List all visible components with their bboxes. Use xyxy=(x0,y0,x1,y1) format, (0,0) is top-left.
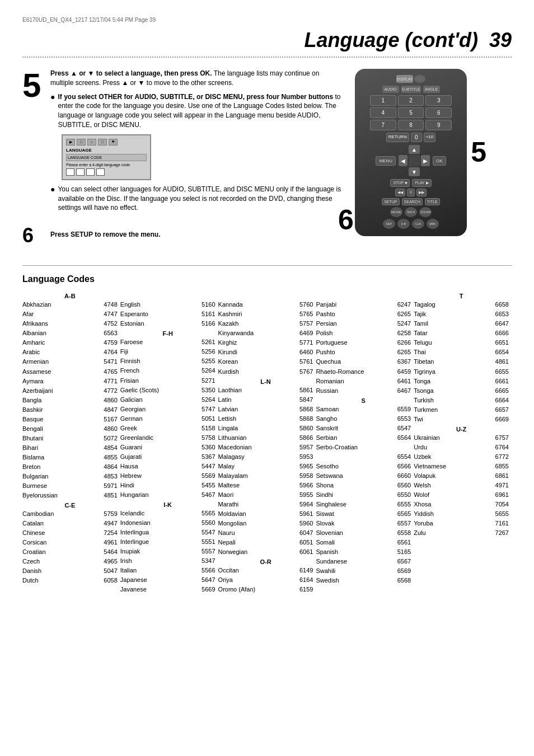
list-item: Polish6258 xyxy=(316,328,411,338)
list-item: Cambodian5759 xyxy=(22,509,118,519)
lang-code: 5569 xyxy=(202,471,215,481)
lang-name: Turkish xyxy=(414,396,434,405)
lang-code: 4947 xyxy=(104,519,117,528)
lang-code: 5557 xyxy=(202,547,215,556)
btn-5[interactable]: 5 xyxy=(398,107,424,118)
btn-0[interactable]: 0 xyxy=(411,133,422,142)
lang-name: Panjabi xyxy=(316,300,336,309)
zoom-btn[interactable]: ZOOM xyxy=(419,207,432,217)
lang-name: Javanese xyxy=(120,585,147,594)
subtitle-btn[interactable]: SUBTITLE xyxy=(401,86,421,93)
list-item: Romanian6461 xyxy=(316,377,411,386)
setup-btn[interactable]: SETUP xyxy=(382,198,399,205)
list-item: Welsh4971 xyxy=(414,481,509,490)
mode-btn[interactable]: MODE xyxy=(390,207,402,217)
lang-code: 5256 xyxy=(202,347,215,356)
btn-6[interactable]: 6 xyxy=(425,107,452,118)
pause-btn[interactable]: II xyxy=(407,189,415,196)
audio-btn[interactable]: AUDIO xyxy=(382,86,399,93)
step6-strong: Press SETUP to remove the menu. xyxy=(50,231,161,238)
list-item: Malagasy5953 xyxy=(218,452,313,462)
step6-side-label: 6 xyxy=(338,204,354,236)
lang-code: 5868 xyxy=(299,405,313,414)
lang-code: 5771 xyxy=(299,338,313,348)
lang-code: 5655 xyxy=(495,509,509,519)
lang-code: 6266 xyxy=(397,338,411,348)
btn-9[interactable]: 9 xyxy=(425,120,452,130)
btn-4[interactable]: 4 xyxy=(370,107,396,118)
search-btn[interactable]: SEARCH xyxy=(402,198,423,205)
lang-name: Zulu xyxy=(414,528,425,538)
stop-btn[interactable]: STOP ■ xyxy=(390,179,410,187)
lang-name: Albanian xyxy=(22,328,46,338)
lang-name: Irish xyxy=(120,556,132,566)
lang-code: 6653 xyxy=(495,309,509,319)
lang-name: Maori xyxy=(218,490,234,500)
list-item: 6554 xyxy=(316,452,411,462)
title-btn[interactable]: TITLE xyxy=(425,198,440,205)
list-item: Serbo-Croatian xyxy=(316,443,411,452)
lang-header: I-K xyxy=(120,501,216,508)
list-item: Croatian5464 xyxy=(22,547,118,557)
lang-name: Hebrew xyxy=(120,471,142,481)
search-mode-btn[interactable]: SRCH xyxy=(405,207,417,217)
lang-name: Indonesian xyxy=(120,518,151,528)
right-column: DISPLAY AUDIO SUBTITLE ANGLE 1 2 3 4 xyxy=(355,69,512,254)
btn-2[interactable]: 2 xyxy=(398,95,424,106)
lang-column-4: TTagalog6658Tajik6653Tamil6647Tatar6666T… xyxy=(414,291,512,594)
marker-btn[interactable]: MRK xyxy=(427,219,439,229)
remote-control: DISPLAY AUDIO SUBTITLE ANGLE 1 2 3 4 xyxy=(355,69,467,236)
btn-8[interactable]: 8 xyxy=(398,120,424,130)
list-item: English5160 xyxy=(120,300,216,309)
menu-btn[interactable]: MENU xyxy=(376,156,396,166)
clear-btn[interactable]: CLR xyxy=(412,219,424,229)
lang-name: Greek xyxy=(120,424,137,433)
lcd-icon1: ▶ xyxy=(66,139,75,145)
lang-name: Arabic xyxy=(22,348,40,357)
list-item: Spanish5165 xyxy=(316,547,411,557)
lang-code: 5271 xyxy=(202,376,215,386)
list-item: Malay5965 xyxy=(218,462,313,471)
lang-code: 5047 xyxy=(104,566,117,576)
lang-code: 6772 xyxy=(495,452,509,462)
nav-right[interactable]: ▶ xyxy=(421,155,430,166)
play-btn[interactable]: PLAY ▶ xyxy=(412,179,431,187)
lang-name: Hungarian xyxy=(120,490,149,500)
btn-1[interactable]: 1 xyxy=(370,95,396,106)
list-item: Persian5247 xyxy=(316,319,411,328)
standby-btn[interactable] xyxy=(414,75,425,83)
angle-btn[interactable]: ANGLE xyxy=(423,86,440,93)
lang-name: Singhalese xyxy=(316,500,346,509)
display-btn[interactable]: DISPLAY xyxy=(396,75,413,83)
lang-code: 6557 xyxy=(397,519,411,528)
lang-name: Guarani xyxy=(120,443,142,452)
nav-up[interactable]: ▲ xyxy=(409,145,420,154)
lang-name: Italian xyxy=(120,566,137,575)
lang-code: 6469 xyxy=(299,328,313,338)
list-item: Greek5158 xyxy=(120,424,216,433)
lang-name: Oromo (Afan) xyxy=(218,585,256,594)
lang-code: 5767 xyxy=(299,367,313,377)
btn-3[interactable]: 3 xyxy=(425,95,452,106)
lang-name: Tonga xyxy=(414,377,430,386)
nav-left[interactable]: ◀ xyxy=(399,155,407,166)
plus10-btn[interactable]: +10 xyxy=(424,133,436,142)
btn-7[interactable]: 7 xyxy=(370,120,396,130)
language-table: A-BAbkhazian4748Afar4747Afrikaans4752Alb… xyxy=(22,291,512,594)
ok-btn[interactable]: OK xyxy=(433,156,446,166)
list-item: Galician5264 xyxy=(120,395,216,405)
lang-name: Urdu xyxy=(414,443,427,452)
prev-btn[interactable]: ◀◀ xyxy=(395,189,405,196)
list-item: Tatar6666 xyxy=(414,328,509,338)
lang-code: 6560 xyxy=(397,481,411,490)
lang-code: 5367 xyxy=(202,452,215,462)
repeat-ab-btn[interactable]: A-B xyxy=(397,219,410,229)
repeat-btn[interactable]: REP xyxy=(383,219,395,229)
lang-code: 4860 xyxy=(104,424,117,434)
next-btn[interactable]: ▶▶ xyxy=(416,189,427,196)
return-btn[interactable]: RETURN xyxy=(386,133,409,142)
nav-down[interactable]: ▼ xyxy=(409,167,420,176)
lang-code: 6159 xyxy=(299,585,313,594)
lang-code: 6553 xyxy=(397,414,411,424)
lang-name: Telugu xyxy=(414,338,432,348)
